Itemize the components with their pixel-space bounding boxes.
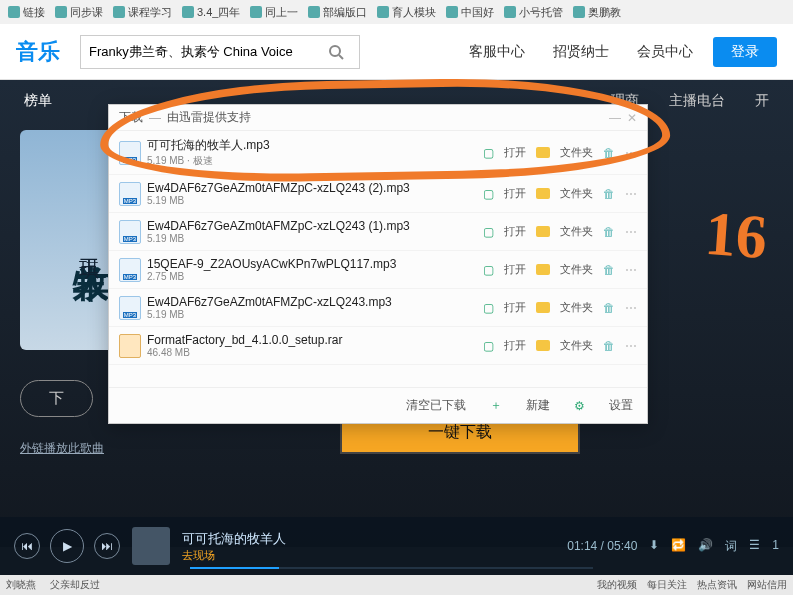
live-link[interactable]: 去现场 [182,548,286,563]
settings-link[interactable]: 设置 [609,397,633,414]
nav-link[interactable]: 客服中心 [469,43,525,61]
download-row[interactable]: Ew4DAF6z7GeAZm0tAFMZpC-xzLQ243 (1).mp35.… [109,213,647,251]
open-folder-link[interactable]: 文件夹 [560,300,593,315]
bookmark-icon [250,6,262,18]
folder-icon[interactable] [536,226,550,237]
prev-track-button[interactable]: ⏮ [14,533,40,559]
more-icon[interactable]: ⋯ [625,263,637,277]
open-folder-link[interactable]: 文件夹 [560,224,593,239]
open-file-link[interactable]: 打开 [504,300,526,315]
clear-downloads-link[interactable]: 清空已下载 [406,397,466,414]
page-icon[interactable]: ▢ [483,225,494,239]
open-folder-link[interactable]: 文件夹 [560,262,593,277]
more-icon[interactable]: ⋯ [625,339,637,353]
bookmark-item[interactable]: 3.4_四年 [182,4,240,20]
gear-icon[interactable]: ⚙ [574,399,585,413]
bookmark-icon [8,6,20,18]
page-icon[interactable]: ▢ [483,301,494,315]
search-input[interactable] [89,44,321,59]
bookmark-item[interactable]: 链接 [8,4,45,20]
svg-point-0 [330,46,340,56]
login-button[interactable]: 登录 [713,37,777,67]
next-track-button[interactable]: ⏭ [94,533,120,559]
bookmark-item[interactable]: 中国好 [446,4,494,20]
open-file-link[interactable]: 打开 [504,224,526,239]
open-file-link[interactable]: 打开 [504,338,526,353]
close-icon[interactable]: ✕ [627,111,637,125]
track-thumbnail[interactable] [132,527,170,565]
lyrics-icon[interactable]: 词 [725,538,737,555]
bookmark-icon [573,6,585,18]
site-logo[interactable]: 音乐 [16,37,60,67]
tab-radio[interactable]: 主播电台 [669,92,725,110]
more-icon[interactable]: ⋯ [625,225,637,239]
delete-icon[interactable]: 🗑 [603,146,615,160]
folder-icon[interactable] [536,302,550,313]
file-icon [119,141,141,165]
more-icon[interactable]: ⋯ [625,187,637,201]
page-icon[interactable]: ▢ [483,146,494,160]
download-row[interactable]: Ew4DAF6z7GeAZm0tAFMZpC-xzLQ243.mp35.19 M… [109,289,647,327]
nav-link[interactable]: 招贤纳士 [553,43,609,61]
progress-fill [190,567,279,569]
external-play-link[interactable]: 外链播放此歌曲 [20,440,104,457]
search-box[interactable] [80,35,360,69]
bookmark-item[interactable]: 部编版口 [308,4,367,20]
more-icon[interactable]: ⋯ [625,146,637,160]
playlist-icon[interactable]: ☰ [749,538,760,555]
status-text: 父亲却反过 [50,578,100,592]
nav-link[interactable]: 会员中心 [637,43,693,61]
download-row[interactable]: 15QEAF-9_Z2AOUsyACwKPn7wPLQ117.mp32.75 M… [109,251,647,289]
open-folder-link[interactable]: 文件夹 [560,338,593,353]
bookmark-item[interactable]: 育人模块 [377,4,436,20]
file-icon [119,258,141,282]
delete-icon[interactable]: 🗑 [603,187,615,201]
folder-icon[interactable] [536,147,550,158]
tray-link[interactable]: 热点资讯 [697,578,737,592]
volume-icon[interactable]: 🔊 [698,538,713,555]
new-download-link[interactable]: 新建 [526,397,550,414]
delete-icon[interactable]: 🗑 [603,301,615,315]
delete-icon[interactable]: 🗑 [603,339,615,353]
track-title[interactable]: 可可托海的牧羊人 [182,531,286,546]
bookmark-item[interactable]: 奥鹏教 [573,4,621,20]
bookmark-item[interactable]: 小号托管 [504,4,563,20]
download-row[interactable]: FormatFactory_bd_4.1.0.0_setup.rar46.48 … [109,327,647,365]
site-header: 音乐 客服中心 招贤纳士 会员中心 登录 [0,24,793,80]
page-icon[interactable]: ▢ [483,263,494,277]
status-text: 刘晓燕 [6,578,36,592]
download-button[interactable]: 下 [20,380,93,417]
bookmark-item[interactable]: 课程学习 [113,4,172,20]
download-row[interactable]: 可可托海的牧羊人.mp3 5.19 MB · 极速 ▢ 打开 文件夹 🗑 ⋯ [109,131,647,175]
file-icon [119,296,141,320]
open-folder-link[interactable]: 文件夹 [560,186,593,201]
open-file-link[interactable]: 打开 [504,186,526,201]
delete-icon[interactable]: 🗑 [603,263,615,277]
bookmark-item[interactable]: 同上一 [250,4,298,20]
open-folder-link[interactable]: 文件夹 [560,145,593,160]
search-icon[interactable] [321,44,351,60]
page-icon[interactable]: ▢ [483,339,494,353]
tray-link[interactable]: 每日关注 [647,578,687,592]
play-button[interactable]: ▶ [50,529,84,563]
page-icon[interactable]: ▢ [483,187,494,201]
open-file-link[interactable]: 打开 [504,145,526,160]
track-time: 01:14 / 05:40 [567,539,637,553]
more-icon[interactable]: ⋯ [625,301,637,315]
download-row[interactable]: Ew4DAF6z7GeAZm0tAFMZpC-xzLQ243 (2).mp35.… [109,175,647,213]
delete-icon[interactable]: 🗑 [603,225,615,239]
tab-ranking[interactable]: 榜单 [24,92,52,110]
minimize-icon[interactable]: — [609,111,621,125]
tab-item[interactable]: 开 [755,92,769,110]
tray-link[interactable]: 网站信用 [747,578,787,592]
download-list: 可可托海的牧羊人.mp3 5.19 MB · 极速 ▢ 打开 文件夹 🗑 ⋯ E… [109,131,647,387]
folder-icon[interactable] [536,264,550,275]
tray-link[interactable]: 我的视频 [597,578,637,592]
folder-icon[interactable] [536,188,550,199]
loop-icon[interactable]: 🔁 [671,538,686,555]
download-icon[interactable]: ⬇ [649,538,659,555]
progress-bar[interactable] [190,567,593,569]
folder-icon[interactable] [536,340,550,351]
open-file-link[interactable]: 打开 [504,262,526,277]
bookmark-item[interactable]: 同步课 [55,4,103,20]
